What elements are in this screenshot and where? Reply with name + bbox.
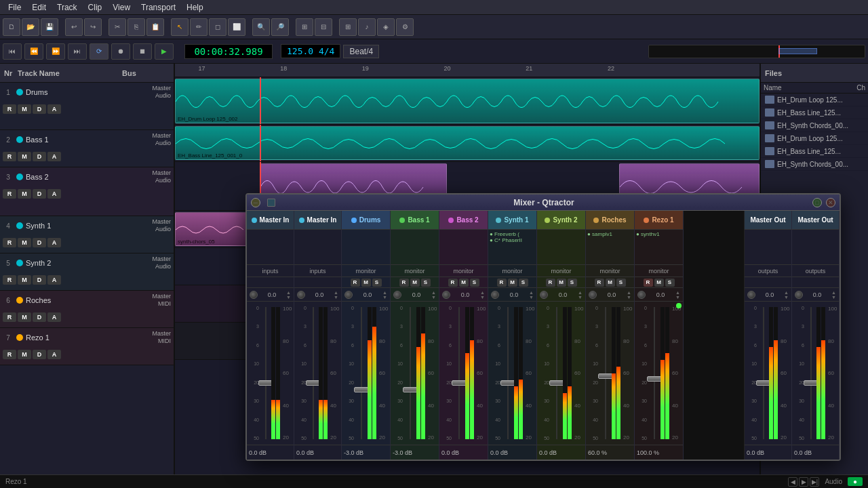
track-auto-synth2[interactable]: A	[47, 275, 61, 285]
ch-mute-rezo1[interactable]: M	[654, 279, 664, 287]
ch-solo-synth2[interactable]: S	[568, 279, 577, 287]
ch-pan-up-master-in-2[interactable]: ▲	[334, 290, 338, 295]
ch-solo-synth1[interactable]: S	[519, 279, 528, 287]
track-rec-roches[interactable]: R	[3, 312, 16, 322]
track-solo-bass2[interactable]: D	[33, 189, 46, 199]
redo-btn[interactable]: ↪	[84, 18, 102, 36]
fast-forward-end-btn[interactable]: ⏭	[68, 43, 87, 60]
ch-pan-knob-rezo1[interactable]	[637, 291, 646, 299]
file-item-5[interactable]: EH_Synth Chords_00...	[761, 158, 868, 171]
undo-btn[interactable]: ↩	[65, 18, 83, 36]
track-rec-drums[interactable]: R	[3, 104, 16, 114]
menu-view[interactable]: View	[107, 1, 136, 14]
file-item-4[interactable]: EH_Bass Line_125...	[761, 145, 868, 158]
ch-mute-synth1[interactable]: M	[508, 279, 517, 287]
file-item-3[interactable]: EH_Drum Loop 125...	[761, 132, 868, 145]
track-solo-rezo1[interactable]: D	[33, 350, 46, 359]
track-auto-bass2[interactable]: A	[47, 189, 61, 199]
file-item-0[interactable]: EH_Drum Loop 125...	[761, 94, 868, 106]
track-rec-bass2[interactable]: R	[3, 189, 16, 199]
track-rec-synth2[interactable]: R	[3, 275, 16, 285]
drum-btn[interactable]: ◈	[377, 18, 395, 36]
select-btn[interactable]: ⬜	[228, 18, 245, 36]
ch-pan-knob-bass1[interactable]	[393, 291, 401, 299]
copy-btn[interactable]: ⎘	[127, 18, 145, 36]
eraser-btn[interactable]: ◻	[209, 18, 226, 36]
rewind-btn[interactable]: ⏪	[24, 43, 43, 60]
rewind-to-start-btn[interactable]: ⏮	[3, 43, 22, 60]
pencil-btn[interactable]: ✏	[190, 18, 208, 36]
ch-pan-knob-master-in-1[interactable]	[250, 291, 258, 299]
ch-pan-down-master-in-2[interactable]: ▼	[334, 295, 338, 300]
beat-display[interactable]: Beat/4	[343, 45, 379, 58]
clip-drums-1[interactable]: EH_Drum Loop 125_002	[175, 79, 760, 123]
loop-btn[interactable]: ⟳	[90, 43, 108, 60]
track-mute-bass2[interactable]: M	[18, 189, 31, 199]
track-auto-roches[interactable]: A	[47, 312, 61, 322]
ch-pan-knob-synth2[interactable]	[540, 291, 548, 299]
ch-solo-drums[interactable]: S	[372, 279, 382, 287]
track-mute-bass1[interactable]: M	[18, 152, 31, 161]
record-btn[interactable]: ⏺	[111, 43, 130, 60]
mixer-maximize-btn[interactable]: □	[812, 198, 822, 207]
tempo-display[interactable]: 125.0 4/4	[281, 44, 340, 58]
track-solo-roches[interactable]: D	[33, 312, 46, 322]
track-solo-synth2[interactable]: D	[33, 275, 46, 285]
ch-mute-bass2[interactable]: M	[459, 279, 469, 287]
track-solo-drums[interactable]: D	[33, 104, 46, 114]
track-rec-bass1[interactable]: R	[3, 152, 16, 161]
track-mute-synth1[interactable]: M	[18, 238, 31, 247]
ch-rec-synth1[interactable]: R	[497, 279, 507, 287]
track-rec-rezo1[interactable]: R	[3, 350, 16, 359]
mixer-minimize-btn[interactable]: ─	[251, 198, 260, 207]
menu-help[interactable]: Help	[181, 1, 209, 14]
ch-solo-rezo1[interactable]: S	[665, 279, 675, 287]
ch-pan-knob-master-in-2[interactable]	[297, 291, 305, 299]
open-btn[interactable]: 📂	[22, 18, 39, 36]
ch-solo-roches[interactable]: S	[616, 279, 626, 287]
menu-transport[interactable]: Transport	[136, 1, 181, 14]
ch-pan-knob-roches[interactable]	[589, 291, 597, 299]
ch-pan-knob-bass2[interactable]	[442, 291, 450, 299]
track-solo-synth1[interactable]: D	[33, 238, 46, 247]
stop-btn[interactable]: ⏹	[133, 43, 152, 60]
clip-bass1-1[interactable]: EH_Bass Line_125_001_0	[175, 126, 760, 160]
ch-rec-roches[interactable]: R	[595, 279, 604, 287]
ch-rec-drums[interactable]: R	[351, 279, 360, 287]
ch-rec-bass2[interactable]: R	[448, 279, 458, 287]
track-auto-drums[interactable]: A	[47, 104, 61, 114]
plugin-btn[interactable]: ⚙	[396, 18, 414, 36]
track-solo-bass1[interactable]: D	[33, 152, 46, 161]
menu-track[interactable]: Track	[52, 1, 83, 14]
ch-pan-knob-drums[interactable]	[344, 291, 353, 299]
ch-pan-knob-synth1[interactable]	[491, 291, 499, 299]
zoom-out-btn[interactable]: 🔎	[271, 18, 289, 36]
ch-pan-knob-master-out-2[interactable]	[795, 291, 803, 299]
ch-rec-synth2[interactable]: R	[546, 279, 555, 287]
ch-rec-rezo1[interactable]: R	[644, 279, 653, 287]
mixer-icon[interactable]: ⊞	[339, 18, 357, 36]
mixer-close-btn[interactable]: ✕	[826, 198, 835, 207]
file-item-1[interactable]: EH_Bass Line_125...	[761, 106, 868, 119]
status-nav-prev[interactable]: ◀	[788, 477, 797, 487]
track-auto-bass1[interactable]: A	[47, 152, 61, 161]
ch-mute-bass1[interactable]: M	[410, 279, 420, 287]
ch-mute-drums[interactable]: M	[361, 279, 371, 287]
play-btn[interactable]: ▶	[155, 43, 174, 60]
track-auto-rezo1[interactable]: A	[47, 350, 61, 359]
ch-solo-bass1[interactable]: S	[421, 279, 431, 287]
save-btn[interactable]: 💾	[41, 18, 58, 36]
piano-btn[interactable]: ♪	[358, 18, 376, 36]
fast-forward-btn[interactable]: ⏩	[46, 43, 65, 60]
new-btn[interactable]: 🗋	[3, 18, 20, 36]
ch-rec-bass1[interactable]: R	[399, 279, 409, 287]
ch-solo-bass2[interactable]: S	[470, 279, 479, 287]
cut-btn[interactable]: ✂	[108, 18, 126, 36]
status-nav-end[interactable]: ▶|	[810, 477, 819, 487]
grid-btn[interactable]: ⊟	[315, 18, 332, 36]
ch-pan-knob-master-out-1[interactable]	[747, 291, 755, 299]
paste-btn[interactable]: 📋	[146, 18, 164, 36]
track-auto-synth1[interactable]: A	[47, 238, 61, 247]
zoom-in-btn[interactable]: 🔍	[252, 18, 270, 36]
ch-mute-roches[interactable]: M	[606, 279, 615, 287]
